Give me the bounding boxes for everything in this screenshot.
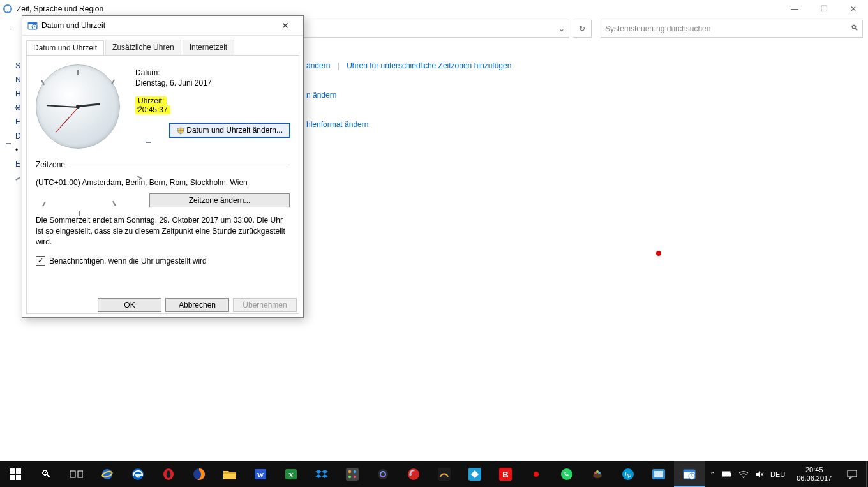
time-label: Uhrzeit: xyxy=(135,96,167,105)
svg-text:hp: hp xyxy=(625,472,631,478)
tray-volume-icon[interactable] xyxy=(755,470,764,479)
svg-point-25 xyxy=(354,476,356,478)
dialog-close-button[interactable]: ✕ xyxy=(273,18,298,33)
taskbar-app-excel[interactable]: X xyxy=(276,461,306,487)
taskbar-date: 06.06.2017 xyxy=(797,474,832,483)
back-button[interactable]: ← xyxy=(5,21,20,36)
taskbar-app-word[interactable]: W xyxy=(245,461,276,487)
task-view-button[interactable] xyxy=(61,461,92,487)
svg-rect-43 xyxy=(654,471,663,477)
date-value: Dienstag, 6. Juni 2017 xyxy=(135,79,290,87)
close-button[interactable]: ✕ xyxy=(839,0,868,18)
date-label: Datum: xyxy=(135,68,290,77)
taskbar-app-firefox[interactable] xyxy=(184,461,214,487)
taskbar-app-generic-7[interactable] xyxy=(643,461,674,487)
taskbar-app-generic-4[interactable] xyxy=(460,461,490,487)
date-time-icon xyxy=(27,20,38,31)
taskbar-app-edge[interactable] xyxy=(123,461,153,487)
apply-button: Übernehmen xyxy=(233,298,297,312)
taskbar-app-generic-3[interactable] xyxy=(429,461,460,487)
svg-rect-16 xyxy=(223,472,236,474)
svg-rect-8 xyxy=(70,471,75,477)
taskbar-time: 20:45 xyxy=(797,466,832,474)
tray-chevron-icon[interactable]: ⌃ xyxy=(710,470,715,479)
ok-button[interactable]: OK xyxy=(98,298,161,312)
taskbar-search[interactable]: 🔍︎ xyxy=(31,461,61,487)
taskbar-app-dropbox[interactable] xyxy=(306,461,337,487)
taskbar-app-whatsapp[interactable] xyxy=(551,461,582,487)
svg-text:W: W xyxy=(257,471,264,479)
address-dropdown-icon[interactable]: ⌄ xyxy=(558,24,565,33)
change-date-time-button[interactable]: Datum und Uhrzeit ändern... xyxy=(170,123,290,137)
svg-rect-2 xyxy=(28,22,37,24)
taskbar-app-generic-6[interactable] xyxy=(582,461,613,487)
svg-point-39 xyxy=(596,470,599,473)
action-center-button[interactable] xyxy=(838,461,866,487)
svg-point-26 xyxy=(378,469,388,479)
taskbar-app-generic-1[interactable] xyxy=(337,461,368,487)
red-marker-dot xyxy=(656,251,661,256)
cancel-button[interactable]: Abbrechen xyxy=(165,298,229,312)
svg-rect-5 xyxy=(16,468,21,474)
svg-rect-9 xyxy=(78,471,83,477)
taskbar-clock[interactable]: 20:45 06.06.2017 xyxy=(790,466,838,483)
svg-rect-4 xyxy=(10,468,15,474)
separator: | xyxy=(338,61,340,70)
tab-internet-time[interactable]: Internetzeit xyxy=(183,40,234,55)
maximize-button[interactable]: ❐ xyxy=(809,0,839,18)
svg-rect-48 xyxy=(730,473,731,476)
minute-hand xyxy=(47,105,79,108)
svg-point-35 xyxy=(561,468,572,480)
tray-language[interactable]: DEU xyxy=(770,470,785,478)
svg-rect-7 xyxy=(16,475,21,480)
svg-rect-45 xyxy=(684,470,695,472)
notify-checkbox[interactable]: ✓ xyxy=(36,256,45,266)
svg-rect-49 xyxy=(722,472,730,476)
bg-link-change[interactable]: ändern xyxy=(306,61,330,70)
svg-point-23 xyxy=(354,470,356,473)
system-tray[interactable]: ⌃ DEU xyxy=(705,470,790,479)
start-button[interactable] xyxy=(0,461,31,487)
refresh-button[interactable]: ↻ xyxy=(573,20,592,38)
change-timezone-button[interactable]: Zeitzone ändern... xyxy=(149,193,290,207)
taskbar-app-generic-5[interactable] xyxy=(521,461,551,487)
taskbar-app-bitdefender[interactable]: B xyxy=(490,461,521,487)
svg-rect-53 xyxy=(848,470,857,477)
svg-text:X: X xyxy=(288,471,294,479)
tray-power-icon[interactable] xyxy=(722,471,732,477)
tab-additional-clocks[interactable]: Zusätzliche Uhren xyxy=(105,40,181,55)
minimize-button[interactable]: — xyxy=(780,0,809,18)
svg-point-36 xyxy=(593,473,602,478)
svg-point-50 xyxy=(743,477,744,478)
analog-clock xyxy=(36,64,120,149)
bg-link-partial-2[interactable]: n ändern xyxy=(306,91,336,100)
taskbar-app-opera[interactable] xyxy=(153,461,184,487)
window-controls: — ❐ ✕ xyxy=(780,0,868,18)
svg-point-14 xyxy=(167,470,170,478)
taskbar-app-ie[interactable] xyxy=(92,461,123,487)
taskbar-app-explorer[interactable] xyxy=(214,461,245,487)
svg-point-34 xyxy=(534,472,539,477)
divider xyxy=(70,165,290,165)
date-time-dialog: Datum und Uhrzeit ✕ Datum und Uhrzeit Zu… xyxy=(22,15,304,318)
tab-date-time[interactable]: Datum und Uhrzeit xyxy=(26,40,104,56)
taskbar-app-date-time-active[interactable] xyxy=(674,461,705,487)
bg-link-add-clocks[interactable]: Uhren für unterschiedliche Zeitzonen hin… xyxy=(347,61,511,70)
svg-point-24 xyxy=(348,476,351,478)
second-hand xyxy=(56,107,79,133)
dialog-tabs: Datum und Uhrzeit Zusätzliche Uhren Inte… xyxy=(22,36,303,55)
taskbar: 🔍︎ W X B hp ⌃ DEU 20:45 xyxy=(0,461,868,487)
dialog-titlebar[interactable]: Datum und Uhrzeit ✕ xyxy=(22,16,303,36)
search-box[interactable]: Systemsteuerung durchsuchen 🔍︎ xyxy=(601,20,863,38)
taskbar-app-ccleaner[interactable] xyxy=(398,461,429,487)
control-panel-icon xyxy=(3,4,13,14)
clock-pin xyxy=(76,105,80,109)
tray-wifi-icon[interactable] xyxy=(738,470,749,478)
taskbar-app-hp[interactable]: hp xyxy=(613,461,643,487)
svg-text:B: B xyxy=(502,470,508,479)
search-icon: 🔍︎ xyxy=(851,24,858,33)
notify-checkbox-row[interactable]: ✓ Benachrichtigen, wenn die Uhr umgestel… xyxy=(36,256,290,266)
tab-panel-date-time: Datum: Dienstag, 6. Juni 2017 Uhrzeit: 2… xyxy=(26,55,299,314)
taskbar-app-generic-2[interactable] xyxy=(368,461,398,487)
bg-link-partial-3[interactable]: hlenformat ändern xyxy=(306,120,368,129)
